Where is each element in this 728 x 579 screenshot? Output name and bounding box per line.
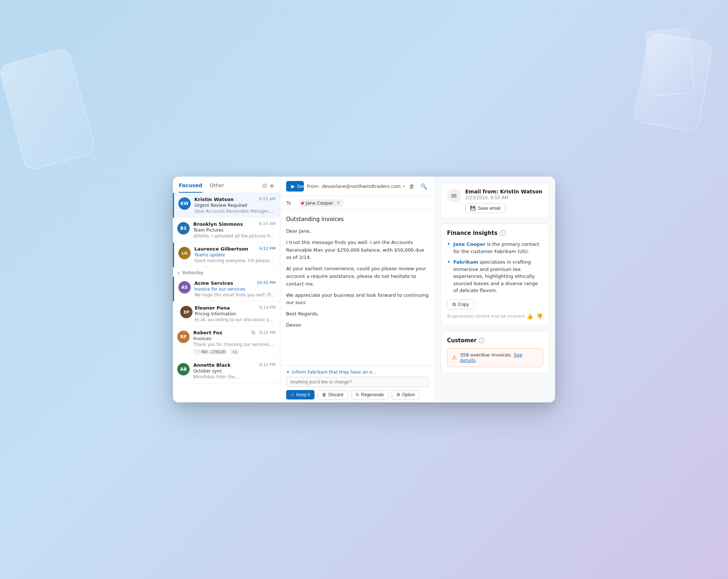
copy-button[interactable]: ⧉ Copy	[447, 299, 474, 310]
email-from-card: ✉ Email from: Kristin Watson 2/23/2024, …	[441, 183, 549, 218]
time-ep: 9:14 PM	[260, 305, 276, 310]
email-content-kw: Kristin Watson 9:55 AM Urgent Review Req…	[194, 197, 276, 214]
time-as: 10:55 PM	[257, 280, 276, 285]
from-field: From: devonlane@northwindtraders.com ▾	[307, 184, 405, 189]
insight-text-1: Jane Cooper is the primary contact for t…	[453, 241, 543, 255]
subject-ep: Pricing Information	[195, 311, 276, 316]
attachment-icon-rf: 📎	[250, 330, 256, 335]
avatar-rf: RF	[177, 331, 190, 343]
insight-list: • Jane Cooper is the primary contact for…	[447, 241, 543, 294]
preview-ab: Wkndldsio tnter the...	[193, 374, 276, 379]
bullet-2: •	[447, 259, 450, 266]
tab-focused[interactable]: Focused	[179, 182, 202, 193]
subject-rf: Invoices	[193, 336, 276, 341]
plus-count-rf: +1	[230, 349, 239, 355]
preview-bs: @Keiko, I uploaded all the pictures fr..…	[193, 233, 276, 239]
finance-info-icon[interactable]: i	[500, 230, 506, 236]
email-item-ab[interactable]: AB Annette Black 6:12 PM October sync Wk…	[173, 359, 280, 383]
finance-panel: ✉ Email from: Kristin Watson 2/23/2024, …	[435, 177, 555, 402]
sender-bs: Brooklyn Simmons	[193, 221, 243, 227]
sort-icon[interactable]: ≡	[270, 183, 274, 189]
insight-item-1: • Jane Cooper is the primary contact for…	[447, 241, 543, 255]
email-content-lg: Laurence Gilbertson 6:52 PM Teams update…	[194, 246, 276, 263]
sender-rf: Robert Fox	[193, 330, 222, 335]
customer-info-icon[interactable]: i	[479, 338, 484, 343]
from-chevron-icon[interactable]: ▾	[403, 184, 405, 188]
time-kw: 9:55 AM	[259, 197, 276, 201]
ai-action-buttons: ✓ Keep it 🗑 Discard ↻ Regenerate ⚙ Optio…	[286, 390, 429, 399]
preview-ep: Hi all, according to our discussion yes.…	[195, 317, 276, 322]
email-item-kw[interactable]: KW Kristin Watson 9:55 AM Urgent Review …	[173, 193, 280, 218]
recipient-status-dot	[301, 202, 304, 205]
send-main-button[interactable]: ▶ Send	[286, 181, 304, 192]
closing: Best Regards,	[286, 310, 429, 318]
email-content-rf: Robert Fox 📎 8:25 PM Invoices Thank you …	[193, 330, 276, 355]
time-lg: 6:52 PM	[260, 246, 276, 251]
avatar-ep: EP	[180, 306, 193, 318]
jane-cooper-link[interactable]: Jane Cooper	[453, 241, 485, 247]
discard-button[interactable]: 🗑 Discard	[317, 390, 348, 399]
keep-it-button[interactable]: ✓ Keep it	[286, 390, 314, 399]
chevron-yesterday[interactable]: ∨	[177, 271, 180, 275]
body-p1: I trust this message finds you well. I a…	[286, 239, 429, 261]
send-arrow-icon: ▶	[291, 184, 295, 189]
email-item-as[interactable]: AS Acme Services 10:55 PM Invoice for ou…	[173, 277, 280, 302]
ai-prompt-input[interactable]	[286, 377, 429, 387]
ai-disclaimer: AI-generated content may be incorrect	[447, 314, 525, 319]
email-content-as: Acme Services 10:55 PM Invoice for our s…	[194, 280, 276, 298]
avatar-lg: LG	[178, 247, 191, 259]
discard-icon: 🗑	[322, 392, 327, 397]
doc-icon-rf: 📄	[195, 350, 200, 354]
avatar-ab: AB	[177, 363, 190, 375]
time-bs: 8:25 AM	[259, 221, 276, 226]
finance-title-row: Finance insights i	[447, 230, 543, 236]
overdue-text: 358 overdue invoices. See details	[460, 352, 538, 363]
thumbs-down-button[interactable]: 👎	[536, 313, 543, 320]
email-body[interactable]: Outstanding invoices Dear Jane, I trust …	[280, 210, 435, 366]
subject-as: Invoice for our services	[194, 287, 276, 292]
search-icon[interactable]: 🔍	[419, 182, 429, 191]
sender-ab: Annette Black	[193, 362, 231, 368]
expand-arrow-ep: ›	[177, 310, 179, 314]
options-icon: ⚙	[396, 392, 400, 397]
avatar-as: AS	[178, 281, 191, 294]
email-text-body: Dear Jane, I trust this message finds yo…	[286, 228, 429, 329]
email-item-ep[interactable]: › EP Eleanor Pena 9:14 PM Pricing Inform…	[173, 302, 280, 326]
signature: Devon	[286, 322, 429, 329]
bg-shape-right2	[645, 27, 694, 96]
preview-rf: Thank you for choosing our services....	[193, 342, 276, 347]
email-from-info: Email from: Kristin Watson 2/23/2024, 9:…	[465, 189, 543, 213]
save-email-button[interactable]: 💾 Save email	[465, 203, 505, 213]
customer-title-row: Customer i	[447, 337, 543, 344]
thumbs-up-button[interactable]: 👍	[526, 313, 533, 320]
send-btn-group: ▶ Send ▾	[286, 181, 304, 192]
sender-kw: Kristin Watson	[194, 197, 234, 202]
tab-icon-group: ☑ ≡	[262, 183, 274, 192]
regenerate-button[interactable]: ↻ Regenerate	[351, 390, 389, 399]
email-content-bs: Brooklyn Simmons 8:25 AM Team Pictures @…	[193, 221, 276, 239]
email-item-bs[interactable]: BS Brooklyn Simmons 8:25 AM Team Picture…	[173, 218, 280, 243]
recipient-remove-button[interactable]: ✕	[337, 201, 340, 205]
compose-to-row: To Jane Cooper ✕	[280, 196, 435, 210]
email-item-rf[interactable]: RF Robert Fox 📎 8:25 PM Invoices Thank y…	[173, 326, 280, 359]
trash-icon[interactable]: 🗑	[408, 182, 416, 191]
filter-icon[interactable]: ☑	[262, 183, 267, 189]
body-p3: We appreciate your business and look for…	[286, 292, 429, 307]
email-header-kw: Kristin Watson 9:55 AM	[194, 197, 276, 202]
check-icon: ✓	[291, 392, 294, 397]
recipient-name: Jane Cooper	[306, 200, 333, 206]
greeting: Dear Jane,	[286, 228, 429, 235]
fabrikam-link[interactable]: Fabrikam	[453, 259, 478, 265]
email-item-lg[interactable]: LG Laurence Gilbertson 6:52 PM Teams upd…	[173, 243, 280, 267]
email-content-ab: Annette Black 6:12 PM October sync Wkndl…	[193, 362, 276, 379]
subject-lg: Teams update	[194, 252, 276, 257]
tab-other[interactable]: Other	[210, 182, 224, 193]
options-button[interactable]: ⚙ Option	[392, 390, 420, 399]
body-p2: At your earliest convenience, could you …	[286, 265, 429, 288]
time-ab: 6:12 PM	[260, 362, 276, 367]
copy-icon: ⧉	[452, 302, 456, 307]
email-subject-line: Outstanding invoices	[286, 216, 429, 222]
subject-bs: Team Pictures	[193, 228, 276, 233]
warning-icon: ⚠	[452, 354, 457, 361]
ai-sparkle-icon: ✦	[286, 370, 290, 375]
